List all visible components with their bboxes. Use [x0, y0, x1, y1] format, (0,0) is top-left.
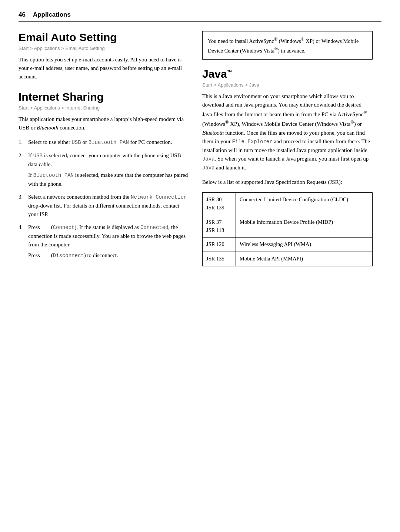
chapter-title: Applications — [33, 11, 71, 18]
content-columns: Email Auto Setting Start > Applications … — [19, 31, 381, 266]
notice-box: You need to install ActiveSync® (Windows… — [202, 31, 373, 60]
list-item: 2. If USB is selected, connect your comp… — [19, 151, 189, 188]
java-breadcrumb: Start > Applications > Java — [202, 82, 373, 88]
java-trademark: ™ — [227, 69, 232, 75]
page-container: 46 Applications Email Auto Setting Start… — [0, 0, 400, 532]
right-column: You need to install ActiveSync® (Windows… — [202, 31, 373, 266]
java-body2: Below is a list of supported Java Specif… — [202, 178, 373, 186]
list-item: 1. Select to use either USB or Bluetooth… — [19, 138, 189, 147]
table-row: JSR 120 Wireless Messaging API (WMA) — [203, 238, 373, 252]
list-item: 3. Select a network connection method fr… — [19, 193, 189, 219]
bluetooth-pan-ref2: Bluetooth PAN — [33, 172, 74, 178]
bluetooth-pan-ref: Bluetooth PAN — [89, 139, 129, 145]
java-ref2: Java — [202, 165, 215, 171]
jsr-codes: JSR 120 — [203, 238, 236, 252]
disconnect-ref: Disconnect — [53, 253, 84, 259]
email-breadcrumb: Start > Applications > Email Auto Settin… — [19, 46, 189, 51]
table-row: JSR 37JSR 118 Mobile Information Device … — [203, 215, 373, 238]
internet-body: This application makes your smartphone a… — [19, 115, 189, 132]
jsr-description: Connected Limited Device Configuration (… — [236, 193, 373, 215]
usb-ref: USB — [71, 139, 81, 145]
jsr-table: JSR 30JSR 139 Connected Limited Device C… — [202, 192, 373, 266]
internet-steps: 1. Select to use either USB or Bluetooth… — [19, 138, 189, 260]
page-header: 46 Applications — [19, 11, 381, 22]
email-section-title: Email Auto Setting — [19, 31, 189, 44]
java-body1: This is a Java environment on your smart… — [202, 92, 373, 172]
jsr-description: Mobile Media API (MMAPI) — [236, 252, 373, 266]
table-row: JSR 30JSR 139 Connected Limited Device C… — [203, 193, 373, 215]
internet-breadcrumb: Start > Applications > Internet Sharing — [19, 105, 189, 111]
jsr-codes: JSR 37JSR 118 — [203, 215, 236, 238]
email-section: Email Auto Setting Start > Applications … — [19, 31, 189, 81]
disconnect-para: Press (Disconnect) to disconnect. — [28, 251, 189, 260]
java-ref1: Java — [202, 156, 215, 162]
jsr-codes: JSR 30JSR 139 — [203, 193, 236, 215]
internet-section: Internet Sharing Start > Applications > … — [19, 91, 189, 260]
internet-section-title: Internet Sharing — [19, 91, 189, 104]
jsr-description: Wireless Messaging API (WMA) — [236, 238, 373, 252]
file-explorer-ref: File Explorer — [232, 139, 272, 145]
jsr-description: Mobile Information Device Profile (MIDP) — [236, 215, 373, 238]
network-connection-ref: Network Connection — [131, 194, 187, 200]
connect-ref: Connect — [53, 225, 75, 230]
notice-text: You need to install ActiveSync® (Windows… — [208, 36, 367, 55]
usb-ref2: USB — [33, 153, 43, 159]
jsr-codes: JSR 135 — [203, 252, 236, 266]
list-item: 4. Press (Connect). If the status is dis… — [19, 223, 189, 260]
connected-ref: Connected — [140, 225, 169, 230]
email-body: This option lets you set up e-mail accou… — [19, 55, 189, 81]
page-number: 46 — [19, 11, 26, 18]
table-row: JSR 135 Mobile Media API (MMAPI) — [203, 252, 373, 266]
list-sub-para: If Bluetooth PAN is selected, make sure … — [28, 171, 189, 188]
java-section: Java™ Start > Applications > Java This i… — [202, 68, 373, 266]
left-column: Email Auto Setting Start > Applications … — [19, 31, 189, 266]
java-section-title: Java™ — [202, 68, 373, 81]
